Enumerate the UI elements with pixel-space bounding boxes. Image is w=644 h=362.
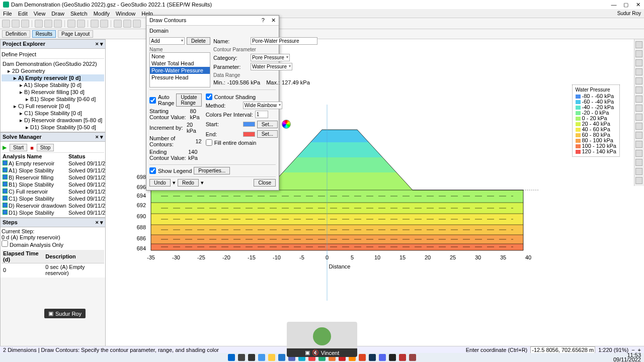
refresh-icon[interactable]: [91, 20, 99, 28]
sublime-icon[interactable]: [399, 354, 406, 361]
auto-range-checkbox[interactable]: [149, 97, 156, 104]
new-icon[interactable]: [2, 20, 10, 28]
sublime2-icon[interactable]: [409, 354, 416, 361]
tree-item[interactable]: ▸ B) Reservoir filling [30 d]: [2, 88, 104, 96]
fill-domain-checkbox[interactable]: [206, 139, 212, 146]
open-icon[interactable]: [12, 20, 20, 28]
steam-icon[interactable]: [369, 354, 376, 361]
menu-modify[interactable]: Modify: [94, 11, 110, 17]
obs-icon[interactable]: [389, 354, 396, 361]
solve-row[interactable]: C1) Slope StabilitySolved 09/11/2022 15:…: [2, 195, 105, 202]
domain-list-item[interactable]: Water Total Head: [150, 60, 210, 67]
coord-value[interactable]: -12.5 8056, 702.65628 m: [530, 346, 595, 353]
start-button[interactable]: Start: [10, 144, 27, 151]
save-icon[interactable]: [21, 20, 29, 28]
minimize-button[interactable]: —: [611, 2, 617, 8]
redo-icon[interactable]: [77, 20, 85, 28]
results-tab[interactable]: Results: [32, 30, 56, 38]
dialog-help-button[interactable]: ?: [262, 17, 265, 23]
category-select[interactable]: Pore Pressure: [251, 54, 290, 61]
search-icon[interactable]: [238, 354, 245, 361]
add-dropdown[interactable]: Add: [149, 37, 185, 45]
domain-list[interactable]: NoneWater Total HeadPore-Water PressureP…: [149, 52, 210, 87]
print-icon[interactable]: [35, 20, 43, 28]
solve-row[interactable]: A) Empty reservoirSolved 09/11/2022 15:1…: [2, 160, 105, 167]
rtool-8-icon[interactable]: [635, 105, 642, 112]
rtool-2-icon[interactable]: [635, 50, 642, 57]
contour-shading-checkbox[interactable]: [206, 94, 212, 100]
rotate-icon[interactable]: [133, 20, 141, 28]
set-end-color-button[interactable]: Set...: [257, 130, 278, 138]
explorer-icon[interactable]: [268, 354, 275, 361]
tree-item[interactable]: ▸ C) Full reservoir [0 d]: [2, 103, 104, 110]
tree-item[interactable]: ▸ 2D Geometry: [2, 67, 104, 74]
properties-button[interactable]: Properties...: [194, 167, 230, 174]
update-range-button[interactable]: Update Range: [176, 94, 201, 107]
maximize-button[interactable]: ▢: [623, 2, 629, 8]
rtool-1-icon[interactable]: [635, 41, 642, 48]
rtool-13-icon[interactable]: [635, 150, 642, 157]
rtool-5-icon[interactable]: [635, 77, 642, 84]
tree-item[interactable]: ▸ A) Empty reservoir [0 d]: [2, 74, 104, 81]
tree-root[interactable]: Dam Demonstration (GeoStudio 2022): [2, 60, 104, 67]
domain-list-item[interactable]: Pressure Head: [150, 74, 210, 81]
domain-list-item[interactable]: None: [150, 53, 210, 60]
pointer-icon[interactable]: [114, 20, 122, 28]
rtool-7-icon[interactable]: [635, 96, 642, 103]
start-icon[interactable]: [228, 354, 235, 361]
solve-row[interactable]: A1) Slope StabilitySolved 09/11/2022 15:…: [2, 167, 105, 174]
rtool-16-icon[interactable]: [635, 177, 642, 184]
menu-sketch[interactable]: Sketch: [70, 11, 88, 17]
participant-video-tile[interactable]: ▣ 🔇 Vincent: [287, 322, 357, 357]
pagelayout-tab[interactable]: Page Layout: [58, 30, 93, 38]
rtool-10-icon[interactable]: [635, 123, 642, 130]
rtool-6-icon[interactable]: [635, 86, 642, 94]
undo-icon[interactable]: [67, 20, 75, 28]
rtool-14-icon[interactable]: [635, 159, 642, 166]
tree-item[interactable]: ▸ C1) Slope Stability [0 d]: [2, 110, 104, 117]
menu-file[interactable]: File: [3, 11, 12, 17]
system-clock[interactable]: 11:5309/11/2022: [613, 353, 641, 362]
contour-legend[interactable]: Water Pressure -80 - -60 kPa-60 - -40 kP…: [572, 84, 620, 157]
close-dialog-button[interactable]: Close: [254, 179, 276, 187]
tool-a-icon[interactable]: [100, 20, 108, 28]
menu-view[interactable]: View: [34, 11, 46, 17]
undo-button[interactable]: Undo: [149, 179, 171, 187]
rtool-9-icon[interactable]: [635, 114, 642, 121]
colors-per-input[interactable]: [255, 111, 268, 118]
delete-button[interactable]: Delete: [187, 37, 210, 45]
tree-item[interactable]: ▸ B1) Slope Stability [0-60 d]: [2, 96, 104, 103]
color-wheel-icon[interactable]: [282, 120, 291, 129]
solve-row[interactable]: D) Reservoir drawdownSolved 09/11/2022 1…: [2, 202, 105, 209]
chat-icon[interactable]: [258, 354, 265, 361]
discord-icon[interactable]: [379, 354, 386, 361]
paste-icon[interactable]: [54, 20, 62, 28]
menu-draw[interactable]: Draw: [51, 11, 64, 17]
copy-icon[interactable]: [44, 20, 52, 28]
stop-button[interactable]: Stop: [37, 144, 54, 151]
pin-icon[interactable]: ▣: [305, 349, 310, 356]
define-project-button[interactable]: Define Project: [2, 51, 36, 57]
method-select[interactable]: Wide Rainbow: [243, 102, 282, 109]
solve-row[interactable]: D1) Slope StabilitySolved 09/11/2022 15:…: [2, 209, 105, 216]
show-legend-checkbox[interactable]: [149, 167, 156, 174]
rtool-3-icon[interactable]: [635, 59, 642, 66]
rtool-11-icon[interactable]: [635, 132, 642, 139]
rtool-4-icon[interactable]: [635, 68, 642, 75]
pan-icon[interactable]: [123, 20, 131, 28]
definition-tab[interactable]: Definition: [2, 30, 30, 38]
start-icon[interactable]: ▶: [3, 144, 7, 151]
domain-list-item[interactable]: Pore-Water Pressure: [150, 67, 210, 74]
rtool-15-icon[interactable]: [635, 168, 642, 175]
rtool-12-icon[interactable]: [635, 141, 642, 148]
solve-row[interactable]: C) Full reservoirSolved 09/11/2022 15:12…: [2, 188, 105, 195]
set-start-color-button[interactable]: Set...: [257, 121, 278, 128]
domain-analysis-checkbox[interactable]: Domain Analysis Only: [2, 242, 63, 248]
close-button[interactable]: ✕: [635, 2, 641, 8]
tree-item[interactable]: ▸ D) Reservoir drawdown [5-80 d]: [2, 117, 104, 124]
solve-row[interactable]: B1) Slope StabilitySolved 09/11/2022 15:…: [2, 181, 105, 188]
menu-window[interactable]: Window: [116, 11, 135, 17]
taskview-icon[interactable]: [248, 354, 255, 361]
tree-item[interactable]: ▸ D1) Slope Stability [0-50 d]: [2, 124, 104, 131]
dialog-close-button[interactable]: ✕: [271, 17, 276, 23]
